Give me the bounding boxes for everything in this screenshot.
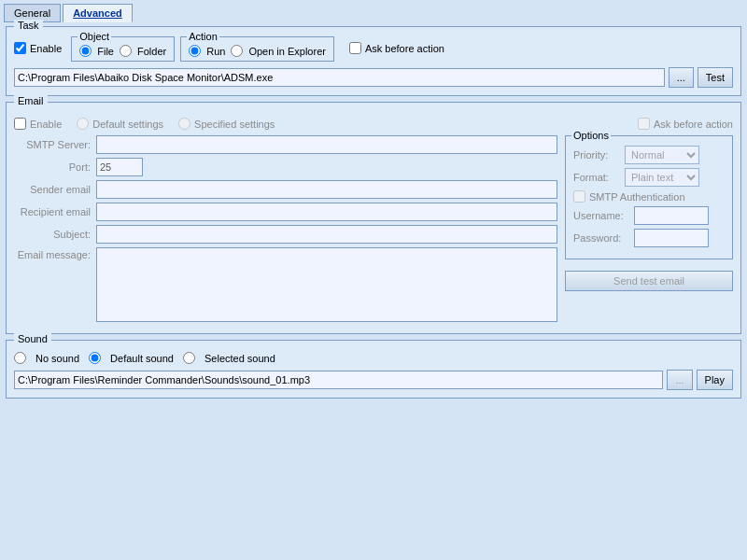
task-ask-checkbox[interactable] <box>349 42 361 54</box>
tab-bar: General Advanced <box>0 0 747 22</box>
action-group-label: Action <box>187 31 219 42</box>
sound-default-radio[interactable] <box>89 352 101 364</box>
email-group: Email Enable Default settings Specified … <box>6 102 741 334</box>
task-test-button[interactable]: Test <box>698 67 733 88</box>
password-input[interactable] <box>634 229 709 247</box>
sound-none-label: No sound <box>35 353 79 364</box>
format-label: Format: <box>573 172 625 183</box>
task-ask-label: Ask before action <box>365 43 444 54</box>
smtp-auth-checkbox[interactable] <box>573 190 585 203</box>
password-label: Password: <box>573 232 634 244</box>
recipient-label: Recipient email <box>14 206 96 217</box>
action-run-label: Run <box>206 46 225 57</box>
task-enable-checkbox[interactable] <box>14 42 26 54</box>
email-specified-label: Specified settings <box>194 119 275 130</box>
object-group: Object File Folder <box>71 36 175 62</box>
sound-selected-label: Selected sound <box>204 353 275 364</box>
options-label: Options <box>571 130 611 141</box>
task-enable-label: Enable <box>30 43 62 54</box>
username-label: Username: <box>573 210 634 221</box>
action-group: Action Run Open in Explorer <box>180 36 334 62</box>
message-textarea[interactable] <box>96 247 557 322</box>
tab-advanced[interactable]: Advanced <box>63 4 133 22</box>
sender-input[interactable] <box>96 180 557 199</box>
send-test-button[interactable]: Send test email <box>565 271 733 291</box>
email-ask-checkbox[interactable] <box>638 118 650 130</box>
task-group: Task Enable Object File Folder Action <box>6 26 741 96</box>
email-default-radio[interactable] <box>77 118 89 130</box>
sound-play-button[interactable]: Play <box>697 370 733 390</box>
action-explorer-radio[interactable] <box>231 45 243 57</box>
object-folder-label: Folder <box>137 46 166 57</box>
username-input[interactable] <box>634 206 709 225</box>
smtp-label: SMTP Server: <box>14 139 96 150</box>
email-specified-radio[interactable] <box>178 118 190 130</box>
priority-label: Priority: <box>573 149 625 161</box>
task-path-input[interactable] <box>14 68 665 87</box>
sound-group: Sound No sound Default sound Selected so… <box>6 340 741 399</box>
email-enable-checkbox[interactable] <box>14 118 26 130</box>
recipient-input[interactable] <box>96 203 557 221</box>
port-label: Port: <box>14 161 96 173</box>
object-file-radio[interactable] <box>79 45 92 57</box>
priority-select[interactable]: Normal High Low <box>625 146 699 164</box>
sound-path-input[interactable] <box>14 371 663 389</box>
sound-group-label: Sound <box>14 333 51 344</box>
options-group: Options Priority: Normal High Low Format… <box>565 135 733 259</box>
action-explorer-label: Open in Explorer <box>248 46 326 57</box>
object-folder-radio[interactable] <box>120 45 132 57</box>
email-enable-label: Enable <box>30 119 62 130</box>
smtp-input[interactable] <box>96 135 557 154</box>
object-file-label: File <box>97 46 114 57</box>
message-label: Email message: <box>14 247 96 260</box>
email-group-label: Email <box>14 95 48 106</box>
smtp-auth-label: SMTP Authentication <box>589 191 685 203</box>
subject-input[interactable] <box>96 225 557 244</box>
task-group-label: Task <box>14 20 43 31</box>
sound-none-radio[interactable] <box>14 352 26 364</box>
sound-selected-radio[interactable] <box>183 352 195 364</box>
email-default-label: Default settings <box>92 119 163 130</box>
sound-default-label: Default sound <box>110 353 174 364</box>
port-input[interactable] <box>96 158 143 176</box>
main-content: Task Enable Object File Folder Action <box>0 22 747 410</box>
sender-label: Sender email <box>14 184 96 195</box>
sound-browse-button[interactable]: ... <box>667 370 692 390</box>
task-browse-button[interactable]: ... <box>669 67 694 88</box>
email-ask-label: Ask before action <box>654 119 733 130</box>
format-select[interactable]: Plain text HTML <box>625 168 699 187</box>
action-run-radio[interactable] <box>189 45 201 57</box>
object-group-label: Object <box>78 31 111 42</box>
subject-label: Subject: <box>14 229 96 240</box>
